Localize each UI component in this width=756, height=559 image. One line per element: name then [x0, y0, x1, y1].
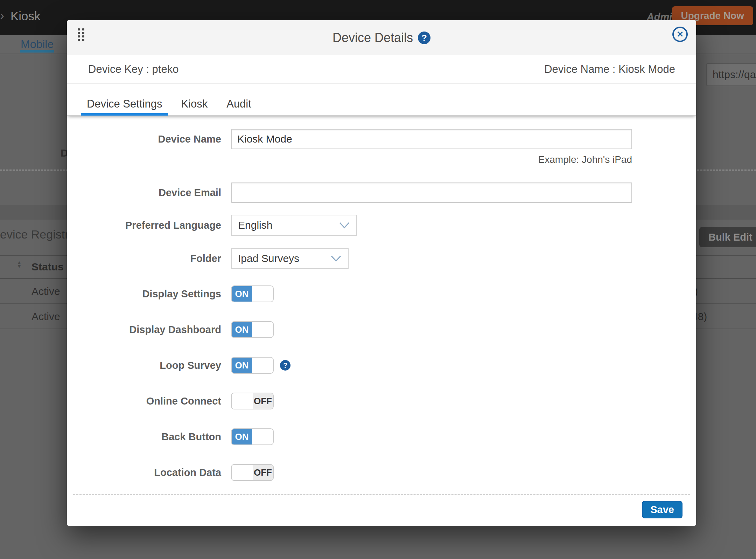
device-name-hint-row: Example: John's iPad	[67, 154, 696, 166]
loop-survey-toggle[interactable]: ON	[231, 357, 274, 374]
bulk-edit-devices-button[interactable]: Bulk Edit Dev	[699, 227, 756, 247]
save-button[interactable]: Save	[642, 501, 682, 518]
online-connect-toggle[interactable]: OFF	[231, 393, 274, 409]
toggle-knob	[252, 322, 273, 337]
tab-kiosk[interactable]: Kiosk	[175, 84, 214, 115]
folder-select[interactable]: Ipad Surveys	[231, 248, 349, 269]
toggle-state-label: ON	[232, 358, 252, 373]
device-email-input[interactable]	[231, 182, 632, 203]
toggle-state-label: ON	[232, 429, 252, 444]
tab-audit[interactable]: Audit	[220, 84, 257, 115]
toggle-knob	[252, 358, 273, 373]
display-dashboard-label: Display Dashboard	[67, 321, 221, 338]
toggle-state-label: OFF	[253, 465, 273, 480]
location-data-label: Location Data	[67, 464, 221, 481]
status-cell: Active	[31, 304, 60, 329]
preferred-language-select[interactable]: English	[231, 215, 357, 236]
close-icon[interactable]: ✕	[672, 27, 688, 42]
device-details-modal: Device Details ? ✕ Device Key : pteko De…	[67, 20, 696, 526]
breadcrumb-chevron-icon: ›	[0, 8, 4, 23]
screen: › Kiosk Admin Upgrade Now Mobile https:/…	[0, 0, 756, 559]
modal-header: Device Details ? ✕	[67, 20, 696, 55]
modal-tabs: Device Settings Kiosk Audit	[67, 84, 696, 116]
device-name-hint: Example: John's iPad	[231, 154, 632, 165]
display-settings-label: Display Settings	[67, 285, 221, 302]
device-email-row: Device Email	[67, 182, 696, 203]
online-connect-row: Online Connect OFF	[67, 393, 696, 409]
page-title: Kiosk	[10, 9, 41, 23]
toggle-state-label: ON	[232, 322, 252, 337]
display-dashboard-row: Display Dashboard ON	[67, 321, 696, 338]
back-button-label: Back Button	[67, 428, 221, 445]
tab-device-settings[interactable]: Device Settings	[81, 84, 168, 115]
online-connect-label: Online Connect	[67, 393, 221, 409]
device-email-field-label: Device Email	[67, 182, 221, 203]
back-button-toggle[interactable]: ON	[231, 428, 274, 445]
loop-survey-label: Loop Survey	[67, 357, 221, 374]
footer-dashed-divider	[73, 494, 690, 495]
device-registrations-heading: evice Registr	[0, 228, 69, 241]
url-input-value: https://qa.q	[707, 64, 756, 85]
tab-mobile[interactable]: Mobile	[20, 37, 54, 53]
preferred-language-row: Preferred Language English	[67, 215, 696, 236]
folder-row: Folder Ipad Surveys	[67, 248, 696, 269]
display-settings-toggle[interactable]: ON	[231, 285, 274, 302]
location-data-toggle[interactable]: OFF	[231, 464, 274, 481]
chevron-down-icon	[339, 222, 350, 229]
loop-survey-help-icon[interactable]: ?	[280, 360, 290, 371]
chevron-down-icon	[330, 255, 342, 262]
modal-title: Device Details	[332, 30, 413, 45]
device-name-input[interactable]	[231, 129, 632, 149]
display-settings-row: Display Settings ON	[67, 285, 696, 302]
device-name-label: Device Name : Kiosk Mode	[544, 55, 675, 83]
preferred-language-label: Preferred Language	[67, 215, 221, 236]
help-icon[interactable]: ?	[418, 32, 430, 44]
folder-label: Folder	[67, 248, 221, 269]
toggle-knob	[232, 465, 253, 480]
toggle-knob	[252, 286, 273, 302]
sort-desc-glyph: ▼	[17, 263, 22, 269]
toggle-state-label: OFF	[253, 393, 273, 409]
preferred-language-value: English	[238, 219, 272, 231]
device-key-row: Device Key : pteko Device Name : Kiosk M…	[67, 55, 696, 84]
url-input[interactable]: https://qa.q	[706, 63, 756, 86]
toggle-knob	[252, 429, 273, 444]
sort-icon[interactable]: ▲▼	[16, 261, 23, 268]
toggle-state-label: ON	[232, 286, 252, 302]
back-button-row: Back Button ON	[67, 428, 696, 445]
loop-survey-row: Loop Survey ON ?	[67, 357, 696, 374]
toggle-knob	[232, 393, 253, 409]
status-column-header[interactable]: Status	[31, 256, 64, 278]
device-name-field-label: Device Name	[67, 129, 221, 149]
device-key-label: Device Key : pteko	[88, 55, 178, 83]
location-data-row: Location Data OFF	[67, 464, 696, 481]
display-dashboard-toggle[interactable]: ON	[231, 321, 274, 338]
folder-value: Ipad Surveys	[238, 253, 299, 264]
device-name-row: Device Name	[67, 129, 696, 149]
status-cell: Active	[31, 279, 60, 304]
